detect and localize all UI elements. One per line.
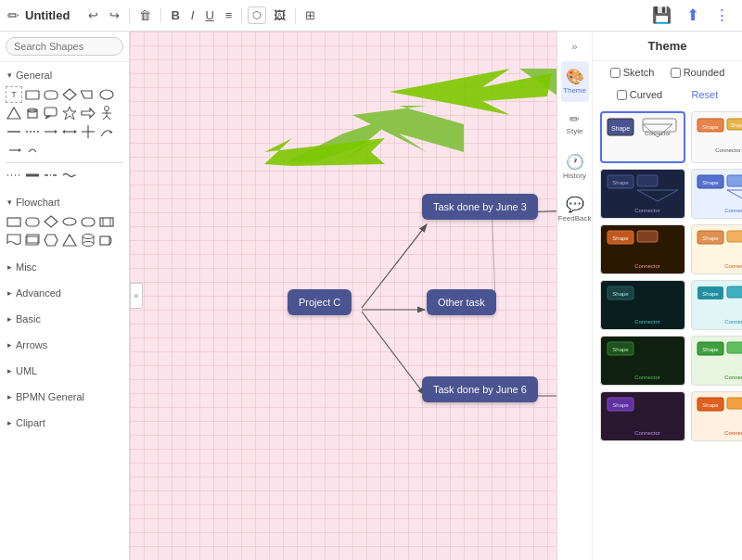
svg-marker-2 bbox=[63, 89, 76, 100]
shape-double-arrow[interactable] bbox=[6, 142, 22, 159]
shape-arrow-right[interactable] bbox=[80, 105, 96, 121]
node-task-june6[interactable]: Task done by June 6 bbox=[422, 376, 538, 402]
shape-triangle[interactable] bbox=[6, 105, 22, 121]
fc-rounded[interactable] bbox=[24, 213, 41, 230]
italic-button[interactable]: I bbox=[187, 6, 198, 24]
shape-curved-arrow[interactable] bbox=[98, 123, 115, 140]
section-bpmn-header[interactable]: ▸ BPMN General bbox=[6, 388, 123, 406]
search-box bbox=[0, 32, 129, 62]
section-arrows-header[interactable]: ▸ Arrows bbox=[6, 336, 123, 354]
shape-arrow-connector[interactable] bbox=[43, 123, 59, 140]
theme-card-6[interactable]: Shape Connector bbox=[691, 224, 742, 274]
delete-button[interactable]: 🗑 bbox=[135, 6, 155, 24]
fc-predefined[interactable] bbox=[98, 213, 115, 230]
feedback-icon-btn[interactable]: 💬 FeedBack bbox=[561, 189, 589, 230]
shape-dotted[interactable] bbox=[6, 167, 22, 184]
fc-hex[interactable] bbox=[43, 232, 59, 248]
section-flowchart-header[interactable]: ▾ Flowchart bbox=[6, 193, 123, 211]
sketch-label[interactable]: Sketch bbox=[610, 67, 655, 78]
style-icon-btn[interactable]: ✏ Style bbox=[561, 104, 589, 145]
table-button[interactable]: ⊞ bbox=[301, 6, 319, 24]
theme-card-5[interactable]: Shape Connector bbox=[600, 224, 685, 274]
fc-delay[interactable] bbox=[98, 232, 115, 248]
shape-parallelogram[interactable] bbox=[80, 86, 96, 103]
svg-text:Shape: Shape bbox=[702, 180, 719, 185]
reset-button[interactable]: Reset bbox=[692, 89, 719, 100]
fc-term[interactable] bbox=[80, 213, 96, 230]
theme-card-8[interactable]: Shape Connector bbox=[691, 280, 742, 330]
theme-card-2[interactable]: Shape Shape Connector bbox=[691, 111, 742, 163]
section-clipart-header[interactable]: ▸ Clipart bbox=[6, 414, 123, 432]
save-button[interactable]: 💾 bbox=[647, 4, 676, 27]
theme-card-3[interactable]: Shape Connector bbox=[600, 169, 685, 219]
section-flowchart-label: Flowchart bbox=[16, 197, 60, 208]
svg-rect-95 bbox=[727, 286, 742, 298]
fc-tri2[interactable] bbox=[61, 232, 78, 248]
shape-line[interactable] bbox=[6, 123, 22, 140]
curved-checkbox[interactable] bbox=[617, 90, 627, 100]
collapse-right-btn[interactable]: » bbox=[568, 37, 581, 56]
shape-bidirectional[interactable] bbox=[61, 123, 78, 140]
shape-cross[interactable] bbox=[80, 123, 96, 140]
search-input[interactable] bbox=[6, 37, 123, 56]
align-button[interactable]: ≡ bbox=[222, 6, 237, 24]
theme-card-11[interactable]: Shape Connector bbox=[600, 391, 685, 441]
node-project-c[interactable]: Project C bbox=[288, 289, 352, 315]
svg-marker-10 bbox=[63, 107, 76, 120]
fc-doc[interactable] bbox=[6, 232, 22, 248]
section-general-header[interactable]: ▾ General bbox=[6, 66, 123, 84]
theme-card-4[interactable]: Shape Connector bbox=[691, 169, 742, 219]
insert-shape-button[interactable]: ⬡ bbox=[248, 6, 266, 24]
undo-button[interactable]: ↩ bbox=[84, 6, 102, 24]
svg-rect-88 bbox=[727, 231, 742, 242]
theme-card-12[interactable]: Shape Connector bbox=[691, 391, 742, 441]
theme-panel-title: Theme bbox=[593, 32, 742, 61]
share-button[interactable]: ⬆ bbox=[682, 4, 704, 27]
shape-diamond[interactable] bbox=[61, 86, 78, 103]
section-basic-header[interactable]: ▸ Basic bbox=[6, 310, 123, 328]
svg-rect-37 bbox=[100, 218, 113, 226]
fc-diamond2[interactable] bbox=[43, 213, 59, 230]
svg-text:Shape: Shape bbox=[612, 291, 629, 297]
fc-ellipse2[interactable] bbox=[61, 213, 78, 230]
theme-card-10[interactable]: Shape Connector bbox=[691, 336, 742, 386]
fc-db[interactable] bbox=[80, 232, 96, 248]
fc-rect[interactable] bbox=[6, 213, 22, 230]
shape-thick-line[interactable] bbox=[24, 167, 41, 184]
shape-callout[interactable] bbox=[43, 105, 59, 121]
shape-rect[interactable] bbox=[24, 86, 41, 103]
shape-link[interactable] bbox=[24, 142, 41, 159]
redo-button[interactable]: ↪ bbox=[106, 6, 123, 24]
shape-cylinder[interactable] bbox=[24, 105, 41, 121]
shape-ellipse[interactable] bbox=[98, 86, 115, 103]
curved-label[interactable]: Curved bbox=[617, 89, 662, 100]
shape-wave[interactable] bbox=[61, 167, 78, 184]
shape-rounded-rect[interactable] bbox=[43, 86, 59, 103]
rounded-checkbox[interactable] bbox=[671, 68, 681, 78]
theme-card-1[interactable]: Shape Connector bbox=[600, 111, 685, 163]
node-task-june3[interactable]: Task done by June 3 bbox=[422, 194, 538, 220]
shape-dash-dot[interactable] bbox=[43, 167, 59, 184]
image-button[interactable]: 🖼 bbox=[270, 6, 289, 24]
theme-card-9[interactable]: Shape Connector bbox=[600, 336, 685, 386]
more-button[interactable]: ⋮ bbox=[710, 4, 735, 27]
rounded-label[interactable]: Rounded bbox=[671, 67, 725, 78]
shape-dashed-line[interactable] bbox=[24, 123, 41, 140]
sketch-checkbox[interactable] bbox=[610, 68, 620, 78]
fc-multi-doc[interactable] bbox=[24, 232, 41, 248]
section-uml-header[interactable]: ▸ UML bbox=[6, 362, 123, 380]
history-icon-btn[interactable]: 🕐 History bbox=[561, 146, 589, 187]
shape-star[interactable] bbox=[61, 105, 78, 121]
shape-text[interactable]: T bbox=[6, 86, 22, 103]
section-misc-header[interactable]: ▸ Misc bbox=[6, 258, 123, 276]
canvas-area[interactable]: « bbox=[130, 32, 556, 560]
node-other-task[interactable]: Other task bbox=[427, 289, 496, 315]
general-shapes-grid: T bbox=[6, 84, 123, 185]
theme-icon-btn[interactable]: 🎨 Theme bbox=[561, 61, 589, 102]
collapse-left-btn[interactable]: « bbox=[130, 283, 143, 309]
underline-button[interactable]: U bbox=[201, 6, 217, 24]
shape-actor[interactable] bbox=[98, 105, 115, 121]
bold-button[interactable]: B bbox=[167, 6, 183, 24]
theme-card-7[interactable]: Shape Connector bbox=[600, 280, 685, 330]
section-advanced-header[interactable]: ▸ Advanced bbox=[6, 284, 123, 302]
